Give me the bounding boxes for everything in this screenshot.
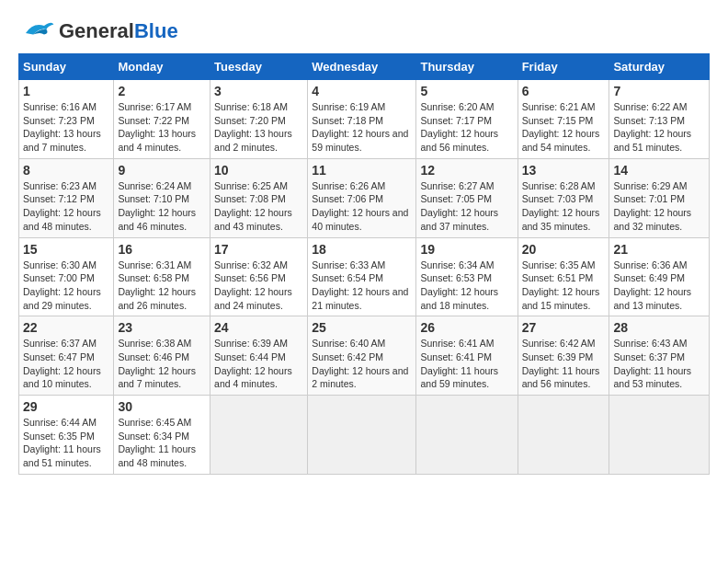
sunrise-label: Sunrise: 6:40 AM	[312, 338, 385, 349]
col-wednesday: Wednesday	[308, 54, 416, 80]
calendar-cell: 18 Sunrise: 6:33 AM Sunset: 6:54 PM Dayl…	[308, 237, 416, 316]
calendar-cell: 21 Sunrise: 6:36 AM Sunset: 6:49 PM Dayl…	[609, 237, 710, 316]
calendar-cell: 24 Sunrise: 6:39 AM Sunset: 6:44 PM Dayl…	[210, 316, 308, 396]
sunset-label: Sunset: 7:08 PM	[214, 193, 286, 204]
sunrise-label: Sunrise: 6:41 AM	[420, 338, 494, 349]
daylight-label: Daylight: 13 hours and 4 minutes.	[118, 128, 196, 153]
daylight-label: Daylight: 12 hours and 46 minutes.	[118, 207, 196, 232]
page-header: GeneralBlue	[18, 18, 710, 44]
daylight-label: Daylight: 12 hours and 7 minutes.	[118, 365, 196, 390]
col-sunday: Sunday	[19, 54, 114, 80]
sunrise-label: Sunrise: 6:39 AM	[214, 338, 288, 349]
day-number: 3	[214, 84, 303, 98]
calendar-row: 29 Sunrise: 6:44 AM Sunset: 6:35 PM Dayl…	[19, 396, 710, 475]
daylight-label: Daylight: 11 hours and 51 minutes.	[23, 443, 101, 468]
day-info: Sunrise: 6:32 AM Sunset: 6:56 PM Dayligh…	[214, 259, 303, 313]
sunset-label: Sunset: 6:58 PM	[118, 272, 189, 283]
calendar-cell: 12 Sunrise: 6:27 AM Sunset: 7:05 PM Dayl…	[416, 158, 518, 237]
day-info: Sunrise: 6:43 AM Sunset: 6:37 PM Dayligh…	[613, 337, 705, 391]
daylight-label: Daylight: 11 hours and 59 minutes.	[420, 365, 498, 390]
sunset-label: Sunset: 7:17 PM	[420, 115, 492, 126]
calendar-cell: 15 Sunrise: 6:30 AM Sunset: 7:00 PM Dayl…	[19, 237, 114, 316]
daylight-label: Daylight: 12 hours and 10 minutes.	[23, 365, 101, 390]
daylight-label: Daylight: 12 hours and 29 minutes.	[23, 286, 101, 311]
day-number: 29	[23, 399, 109, 414]
calendar-cell: 9 Sunrise: 6:24 AM Sunset: 7:10 PM Dayli…	[114, 158, 210, 237]
day-number: 8	[23, 163, 109, 178]
calendar-cell: 1 Sunrise: 6:16 AM Sunset: 7:23 PM Dayli…	[19, 80, 114, 159]
day-number: 19	[420, 242, 513, 257]
day-number: 18	[312, 242, 412, 257]
day-number: 10	[214, 163, 303, 178]
day-number: 23	[118, 320, 206, 335]
calendar-cell: 23 Sunrise: 6:38 AM Sunset: 6:46 PM Dayl…	[114, 316, 210, 396]
sunset-label: Sunset: 7:03 PM	[522, 193, 594, 204]
calendar-cell: 28 Sunrise: 6:43 AM Sunset: 6:37 PM Dayl…	[609, 316, 710, 396]
day-info: Sunrise: 6:30 AM Sunset: 7:00 PM Dayligh…	[23, 259, 109, 313]
logo: GeneralBlue	[18, 18, 178, 44]
calendar-cell	[308, 396, 416, 475]
day-info: Sunrise: 6:36 AM Sunset: 6:49 PM Dayligh…	[613, 259, 705, 313]
sunset-label: Sunset: 7:23 PM	[23, 115, 95, 126]
day-info: Sunrise: 6:45 AM Sunset: 6:34 PM Dayligh…	[118, 416, 206, 470]
calendar-cell: 17 Sunrise: 6:32 AM Sunset: 6:56 PM Dayl…	[210, 237, 308, 316]
sunrise-label: Sunrise: 6:19 AM	[312, 101, 385, 112]
day-number: 4	[312, 84, 412, 98]
calendar-row: 8 Sunrise: 6:23 AM Sunset: 7:12 PM Dayli…	[19, 158, 710, 237]
day-number: 6	[522, 84, 606, 98]
sunrise-label: Sunrise: 6:25 AM	[214, 180, 288, 191]
sunset-label: Sunset: 6:41 PM	[420, 351, 492, 362]
daylight-label: Daylight: 12 hours and 13 minutes.	[613, 286, 691, 311]
sunrise-label: Sunrise: 6:29 AM	[613, 180, 687, 191]
day-number: 22	[23, 320, 109, 335]
col-saturday: Saturday	[609, 54, 710, 80]
day-number: 25	[312, 320, 412, 335]
day-info: Sunrise: 6:26 AM Sunset: 7:06 PM Dayligh…	[312, 179, 412, 234]
calendar-cell: 19 Sunrise: 6:34 AM Sunset: 6:53 PM Dayl…	[416, 237, 518, 316]
day-info: Sunrise: 6:16 AM Sunset: 7:23 PM Dayligh…	[23, 100, 109, 155]
sunset-label: Sunset: 6:47 PM	[23, 351, 95, 362]
sunrise-label: Sunrise: 6:23 AM	[23, 180, 97, 191]
day-number: 7	[613, 84, 705, 98]
day-info: Sunrise: 6:28 AM Sunset: 7:03 PM Dayligh…	[522, 179, 606, 234]
calendar-cell	[210, 396, 308, 475]
calendar-cell: 11 Sunrise: 6:26 AM Sunset: 7:06 PM Dayl…	[308, 158, 416, 237]
day-info: Sunrise: 6:23 AM Sunset: 7:12 PM Dayligh…	[23, 179, 109, 234]
daylight-label: Daylight: 12 hours and 40 minutes.	[312, 207, 408, 232]
calendar-cell: 4 Sunrise: 6:19 AM Sunset: 7:18 PM Dayli…	[308, 80, 416, 159]
sunset-label: Sunset: 7:06 PM	[312, 193, 383, 204]
day-info: Sunrise: 6:38 AM Sunset: 6:46 PM Dayligh…	[118, 337, 206, 391]
header-row: Sunday Monday Tuesday Wednesday Thursday…	[19, 54, 710, 80]
sunrise-label: Sunrise: 6:18 AM	[214, 101, 288, 112]
daylight-label: Daylight: 13 hours and 2 minutes.	[214, 128, 292, 153]
day-info: Sunrise: 6:18 AM Sunset: 7:20 PM Dayligh…	[214, 100, 303, 155]
day-info: Sunrise: 6:42 AM Sunset: 6:39 PM Dayligh…	[522, 337, 606, 391]
calendar-cell: 8 Sunrise: 6:23 AM Sunset: 7:12 PM Dayli…	[19, 158, 114, 237]
sunrise-label: Sunrise: 6:28 AM	[522, 180, 596, 191]
sunrise-label: Sunrise: 6:44 AM	[23, 417, 97, 428]
day-info: Sunrise: 6:34 AM Sunset: 6:53 PM Dayligh…	[420, 259, 513, 313]
logo-blue: Blue	[134, 19, 178, 42]
logo-general: General	[59, 19, 134, 42]
day-info: Sunrise: 6:19 AM Sunset: 7:18 PM Dayligh…	[312, 100, 412, 155]
day-number: 1	[23, 84, 109, 98]
daylight-label: Daylight: 11 hours and 53 minutes.	[613, 365, 691, 390]
day-number: 26	[420, 320, 513, 335]
day-number: 15	[23, 242, 109, 257]
sunset-label: Sunset: 6:56 PM	[214, 272, 286, 283]
sunset-label: Sunset: 7:18 PM	[312, 115, 383, 126]
day-info: Sunrise: 6:31 AM Sunset: 6:58 PM Dayligh…	[118, 259, 206, 313]
day-info: Sunrise: 6:39 AM Sunset: 6:44 PM Dayligh…	[214, 337, 303, 391]
calendar-cell: 27 Sunrise: 6:42 AM Sunset: 6:39 PM Dayl…	[518, 316, 609, 396]
day-info: Sunrise: 6:33 AM Sunset: 6:54 PM Dayligh…	[312, 259, 412, 313]
sunset-label: Sunset: 7:05 PM	[420, 193, 492, 204]
sunset-label: Sunset: 7:10 PM	[118, 193, 189, 204]
sunrise-label: Sunrise: 6:31 AM	[118, 259, 191, 270]
calendar-row: 1 Sunrise: 6:16 AM Sunset: 7:23 PM Dayli…	[19, 80, 710, 159]
sunset-label: Sunset: 7:01 PM	[613, 193, 685, 204]
calendar-cell: 30 Sunrise: 6:45 AM Sunset: 6:34 PM Dayl…	[114, 396, 210, 475]
calendar-row: 22 Sunrise: 6:37 AM Sunset: 6:47 PM Dayl…	[19, 316, 710, 396]
sunrise-label: Sunrise: 6:36 AM	[613, 259, 687, 270]
daylight-label: Daylight: 12 hours and 15 minutes.	[522, 286, 600, 311]
sunrise-label: Sunrise: 6:21 AM	[522, 101, 596, 112]
